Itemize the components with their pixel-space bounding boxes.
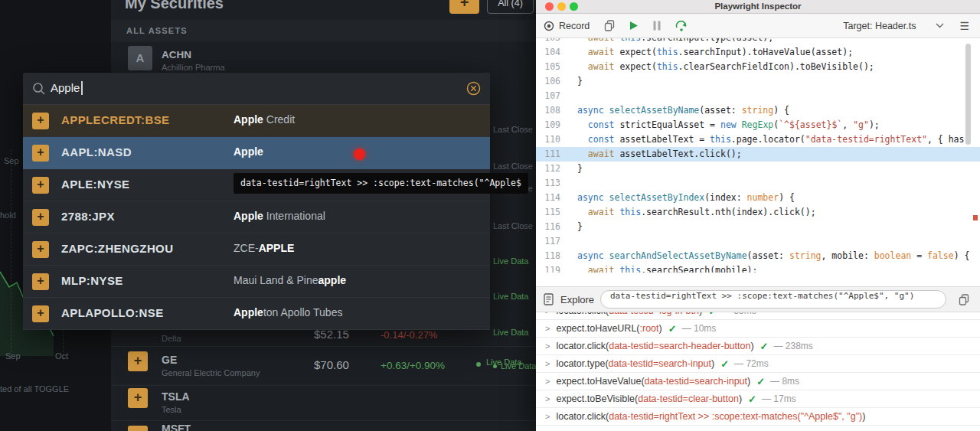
log-duration: — 35ms [722, 312, 756, 316]
add-asset-button[interactable]: + [32, 241, 49, 258]
search-result-row[interactable]: +AAPL:NASDApple [23, 137, 490, 169]
search-result-row[interactable]: +APLAPOLLO:NSEAppleton Apollo Tubes [23, 298, 490, 330]
pause-icon[interactable] [653, 21, 661, 31]
code-scrollbar[interactable] [965, 44, 971, 145]
add-asset-button[interactable]: + [32, 113, 49, 129]
line-number: 114 [536, 191, 571, 205]
row-status-label: Last Close [493, 125, 533, 134]
line-number: 110 [536, 132, 571, 147]
code-line-109: 109 const strictEqualAsset = new RegExp(… [536, 118, 980, 132]
line-number: 107 [536, 89, 571, 103]
asset-symbol[interactable]: GE [162, 354, 177, 366]
all-filter-button[interactable]: All (4) [487, 0, 534, 14]
add-security-button[interactable]: + [449, 0, 479, 14]
clear-search-icon[interactable] [466, 81, 481, 96]
code-line-115: 115 await this.searchResult.nth(index).c… [536, 205, 980, 220]
success-check-icon: ✓ [708, 312, 717, 317]
search-result-row[interactable]: +ZAPC:ZHENGZHOUZCE-APPLE [23, 233, 490, 266]
row-divider [111, 420, 536, 421]
add-asset-button[interactable]: + [32, 209, 49, 226]
log-locator: data-testid=search-input [645, 376, 747, 387]
expand-chevron-icon[interactable]: > [545, 341, 550, 351]
expand-chevron-icon[interactable]: > [545, 324, 550, 333]
window-titlebar[interactable]: Playwright Inspector [536, 0, 980, 14]
code-line-112: 112} [536, 162, 980, 176]
copy-locator-icon[interactable] [959, 294, 969, 305]
section-header: ALL ASSETS [111, 20, 536, 41]
source-menu-icon[interactable]: ☰ [959, 20, 969, 32]
step-over-icon[interactable] [675, 21, 688, 31]
expand-chevron-icon[interactable]: > [545, 412, 550, 421]
log-entry[interactable]: >expect.toHaveValue(data-testid=search-i… [536, 373, 980, 390]
result-name: Apple International [234, 210, 325, 222]
line-number: 119 [536, 263, 571, 273]
code-line-105: 105 await expect(this.clearSearchFieldIc… [536, 60, 980, 74]
add-to-watchlist-button[interactable]: + [128, 426, 148, 431]
target-select[interactable]: Target: Header.ts [843, 21, 944, 31]
expand-chevron-icon[interactable]: > [545, 359, 550, 368]
chart-axis-label: Oct [55, 351, 68, 361]
success-check-icon: ✓ [748, 393, 756, 405]
search-result-row[interactable]: +MLP:NYSEMaui Land & Pineapple [23, 266, 490, 298]
asset-symbol[interactable]: TSLA [162, 390, 190, 403]
chart-axis-label: ted of all TOGGLE [0, 384, 69, 393]
screen: SepholdSepOctted of all TOGGLE My Securi… [0, 0, 980, 431]
search-input[interactable]: Apple [23, 73, 490, 105]
asset-price: $70.60 [314, 358, 349, 371]
result-symbol: MLP:NYSE [61, 274, 123, 287]
line-number: 116 [536, 220, 571, 234]
expand-chevron-icon[interactable]: > [545, 312, 550, 315]
add-asset-button[interactable]: + [32, 145, 49, 162]
resume-icon[interactable] [629, 21, 639, 31]
search-overlay: Apple +APPLECREDT:BSEApple Credit+AAPL:N… [23, 73, 490, 330]
add-asset-button[interactable]: + [32, 177, 49, 194]
result-name: Maui Land & Pineapple [234, 274, 346, 286]
result-name: Apple Credit [234, 113, 295, 126]
result-symbol: AAPL:NASD [61, 145, 132, 158]
search-result-row[interactable]: +2788:JPXApple International [23, 201, 490, 233]
log-locator: data-testid=clear-button [638, 393, 739, 404]
line-number: 115 [536, 205, 571, 220]
log-entry[interactable]: >locator.click(data-testid=log-in-btn)✓—… [536, 312, 980, 320]
code-line-106: 106} [536, 74, 980, 89]
line-number: 113 [536, 176, 571, 191]
log-duration: — 72ms [734, 358, 769, 369]
add-to-watchlist-button[interactable]: + [128, 388, 148, 408]
text-cursor [81, 81, 83, 95]
chart-axis-label: Sep [4, 156, 19, 165]
row-divider [111, 385, 536, 386]
add-asset-button[interactable]: + [32, 305, 49, 322]
expand-chevron-icon[interactable]: > [545, 377, 550, 386]
avatar: A [128, 46, 152, 70]
log-entry[interactable]: >locator.type(data-testid=search-input)✓… [536, 355, 980, 373]
search-result-row[interactable]: +APPLECREDT:BSEApple Credit [23, 105, 490, 137]
log-entry[interactable]: >expect.toBeVisible(data-testid=clear-bu… [536, 390, 980, 408]
code-line-119: 119 await this.searchSearch(mobile); [536, 263, 980, 273]
row-status-label: Live Data [493, 292, 528, 301]
expand-chevron-icon[interactable]: > [545, 394, 550, 403]
line-number: 103 [536, 38, 571, 45]
add-to-watchlist-button[interactable]: + [128, 351, 148, 371]
code-line-118: 118async searchAndSelectAssetByName(asse… [536, 249, 980, 263]
asset-symbol[interactable]: ACHN [162, 49, 191, 60]
asset-name: Achillion Pharma [162, 63, 225, 72]
line-number: 108 [536, 103, 571, 118]
log-entry[interactable]: >expect.toHaveURL(:root)✓— 10ms [536, 320, 980, 338]
line-number: 111 [536, 147, 571, 162]
line-number: 117 [536, 234, 571, 249]
copy-icon[interactable] [604, 20, 615, 31]
window-title: Playwright Inspector [536, 2, 980, 11]
record-button[interactable]: Record [544, 21, 590, 31]
line-number: 112 [536, 162, 571, 176]
asset-symbol[interactable]: MSFT [162, 423, 191, 431]
live-indicator-dot [476, 362, 481, 367]
code-line-104: 104 await expect(this.searchInput).toHav… [536, 45, 980, 60]
log-entry[interactable]: >locator.click(data-testid=search-header… [536, 338, 980, 355]
asset-name: General Electric Company [162, 368, 260, 377]
log-entry[interactable]: >locator.click(data-testid=rightText >> … [536, 408, 980, 426]
code-editor[interactable]: 103 await this.searchInput.type(asset);1… [536, 38, 980, 273]
add-asset-button[interactable]: + [32, 273, 49, 290]
row-status-label: Last Close [493, 162, 533, 171]
explore-locator-input[interactable]: data-testid=rightText >> :scope:text-mat… [600, 290, 946, 309]
line-number: 118 [536, 249, 571, 263]
